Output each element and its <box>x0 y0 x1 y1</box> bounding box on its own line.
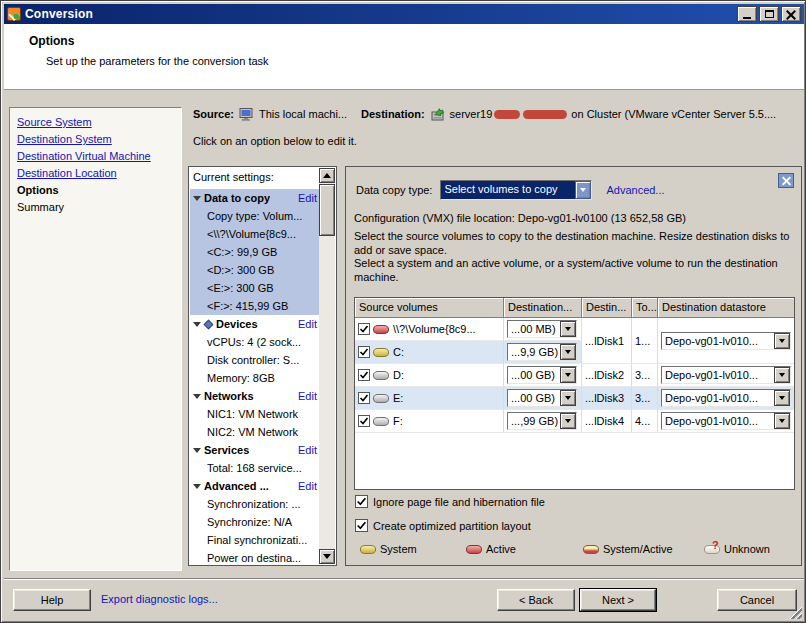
ignore-pagefile-checkbox[interactable] <box>355 495 368 508</box>
cancel-button[interactable]: Cancel <box>717 589 797 611</box>
datastore-cell: Depo-vg01-lv010... <box>658 410 794 433</box>
optimized-partition-checkbox[interactable] <box>355 519 368 532</box>
sidebar-item-summary: Summary <box>14 199 177 216</box>
back-button[interactable]: < Back <box>497 589 575 611</box>
total-cell: 3... <box>632 387 658 410</box>
volume-checkbox[interactable] <box>358 346 370 358</box>
collapse-triangle-icon[interactable] <box>193 394 201 399</box>
destination-label: Destination: <box>361 108 425 120</box>
table-row-volume[interactable]: D: <box>355 364 504 387</box>
volume-checkbox[interactable] <box>358 323 370 335</box>
advanced-link[interactable]: Advanced... <box>606 184 664 196</box>
legend-unknown: ? Unknown <box>704 543 770 555</box>
col-destination-disk[interactable]: Destin... <box>582 298 632 318</box>
dropdown-button[interactable] <box>560 413 576 429</box>
volume-checkbox[interactable] <box>358 415 370 427</box>
dropdown-button[interactable] <box>575 181 591 199</box>
volume-checkbox[interactable] <box>358 392 370 404</box>
edit-services-link[interactable]: Edit <box>295 444 317 456</box>
volume-checkbox[interactable] <box>358 369 370 381</box>
destination-disk-cell: ...lDisk2 <box>582 364 632 387</box>
dropdown-button[interactable] <box>774 390 790 406</box>
datastore-select[interactable]: Depo-vg01-lv010... <box>661 389 791 407</box>
ignore-pagefile-option[interactable]: Ignore page file and hibernation file <box>355 495 545 508</box>
disk-legend: System Active System/Active ? Unknown <box>346 543 801 559</box>
col-destination-size[interactable]: Destination... <box>504 298 582 318</box>
help-paragraph-2: Select a system and an active volume, or… <box>354 257 792 284</box>
maximize-button[interactable] <box>759 6 779 22</box>
source-label: Source: <box>193 108 234 120</box>
tree-section-networks[interactable]: Networks Edit <box>190 387 319 405</box>
collapse-triangle-icon[interactable] <box>193 322 201 327</box>
scroll-up-button[interactable] <box>319 168 335 183</box>
tree-item: Disk controller: S... <box>190 351 319 369</box>
scroll-down-button[interactable] <box>319 549 335 564</box>
destination-size-select[interactable]: ...00 GB) <box>507 366 577 384</box>
wizard-header: Options Set up the parameters for the co… <box>4 24 804 90</box>
close-button[interactable] <box>781 6 801 22</box>
dropdown-button[interactable] <box>560 367 576 383</box>
edit-advanced-link[interactable]: Edit <box>295 480 317 492</box>
destination-size-select[interactable]: ...00 GB) <box>507 389 577 407</box>
edit-instruction-text: Click on an option below to edit it. <box>193 135 357 147</box>
sidebar-item-destination-location[interactable]: Destination Location <box>14 165 177 182</box>
table-row-volume[interactable]: \\?\Volume{8c9... <box>355 318 504 341</box>
tree-scrollbar[interactable] <box>319 168 335 564</box>
tree-item: Synchronization: ... <box>190 495 319 513</box>
destination-size-select[interactable]: ...,99 GB) <box>507 412 577 430</box>
destination-value-prefix: server19 <box>450 108 493 120</box>
table-row-volume[interactable]: F: <box>355 410 504 433</box>
edit-devices-link[interactable]: Edit <box>295 318 317 330</box>
collapse-triangle-icon[interactable] <box>193 484 201 489</box>
sidebar-item-destination-system[interactable]: Destination System <box>14 131 177 148</box>
sidebar-item-source-system[interactable]: Source System <box>14 114 177 131</box>
edit-networks-link[interactable]: Edit <box>295 390 317 402</box>
dropdown-button[interactable] <box>560 390 576 406</box>
dropdown-button[interactable] <box>560 344 576 360</box>
tree-item: Power on destina... <box>190 549 319 567</box>
col-source-volumes[interactable]: Source volumes <box>355 298 504 318</box>
tree-item: <E:>: 300 GB <box>190 279 319 297</box>
edit-data-to-copy-link[interactable]: Edit <box>295 192 317 204</box>
dropdown-button[interactable] <box>560 321 576 337</box>
system-active-disk-icon <box>583 545 599 554</box>
sidebar-item-destination-virtual-machine[interactable]: Destination Virtual Machine <box>14 148 177 165</box>
tree-section-advanced[interactable]: Advanced ... Edit <box>190 477 319 495</box>
next-button[interactable]: Next > <box>580 589 656 611</box>
help-button[interactable]: Help <box>13 589 91 611</box>
table-row-volume[interactable]: C: <box>355 341 504 364</box>
tree-section-services[interactable]: Services Edit <box>190 441 319 459</box>
minimize-button[interactable] <box>737 6 757 22</box>
destination-size-select[interactable]: ...9,9 GB) <box>507 343 577 361</box>
col-destination-datastore[interactable]: Destination datastore <box>658 298 794 318</box>
system-disk-icon <box>373 348 389 357</box>
dropdown-button[interactable] <box>774 333 790 349</box>
destination-size-cell: ...00 GB) <box>504 387 582 410</box>
devices-diamond-icon <box>204 319 214 329</box>
panel-close-button[interactable] <box>778 173 794 188</box>
source-destination-bar: Source: This local machi... Destination:… <box>193 106 803 122</box>
resize-grip[interactable] <box>789 606 802 619</box>
data-copy-type-select[interactable]: Select volumes to copy <box>440 180 592 200</box>
dropdown-button[interactable] <box>774 413 790 429</box>
table-row-volume[interactable]: E: <box>355 387 504 410</box>
datastore-select[interactable]: Depo-vg01-lv010... <box>661 366 791 384</box>
app-icon <box>7 7 21 21</box>
export-diagnostic-logs-link[interactable]: Export diagnostic logs... <box>101 593 218 605</box>
tree-section-devices[interactable]: Devices Edit <box>190 315 319 333</box>
scrollbar-thumb[interactable] <box>319 184 335 236</box>
tree-item: <F:>: 415,99 GB <box>190 297 319 315</box>
dropdown-button[interactable] <box>774 367 790 383</box>
destination-disk-cell: ...lDisk4 <box>582 410 632 433</box>
collapse-triangle-icon[interactable] <box>193 196 201 201</box>
tree-section-data-to-copy[interactable]: Data to copy Edit <box>190 189 319 207</box>
collapse-triangle-icon[interactable] <box>193 448 201 453</box>
chevron-down-icon <box>565 373 571 377</box>
arrow-up-icon <box>323 173 331 178</box>
optimized-partition-option[interactable]: Create optimized partition layout <box>355 519 531 532</box>
col-total[interactable]: To... <box>632 298 658 318</box>
datastore-select[interactable]: Depo-vg01-lv010... <box>661 332 791 350</box>
datastore-select[interactable]: Depo-vg01-lv010... <box>661 412 791 430</box>
destination-size-select[interactable]: ...00 MB) <box>507 320 577 338</box>
destination-size-cell: ...00 MB) <box>504 318 582 341</box>
